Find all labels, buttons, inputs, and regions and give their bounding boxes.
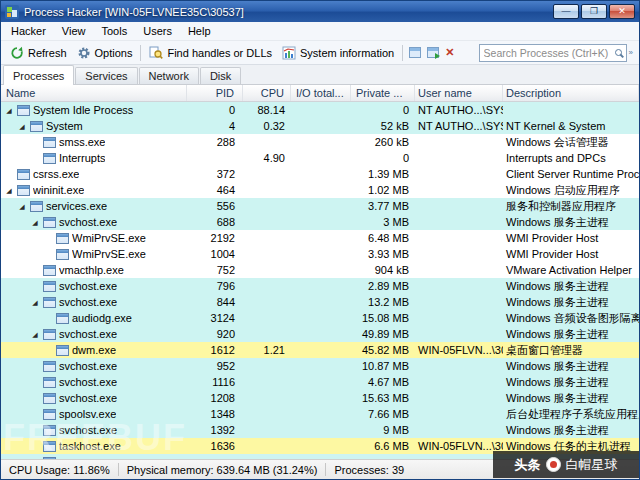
toolbar-overflow-chevron[interactable]: » <box>627 48 635 57</box>
table-row[interactable]: ◢wininit.exe4641.02 MBWindows 启动应用程序 <box>1 182 639 198</box>
name-cell: dwm.exe <box>1 344 187 356</box>
pid-cell: 844 <box>187 296 243 308</box>
tab-disk[interactable]: Disk <box>200 67 241 84</box>
table-row[interactable]: smss.exe288260 kBWindows 会话管理器 <box>1 134 639 150</box>
description-cell: Windows 启动应用程序 <box>503 183 639 198</box>
options-button[interactable]: Options <box>72 44 138 62</box>
process-name: svchost.exe <box>59 376 117 388</box>
user-name-cell: WIN-05FLVN...\30537 <box>415 440 503 452</box>
private-bytes-cell: 10.87 MB <box>351 360 415 372</box>
terminate-tool-button[interactable]: ✕ <box>442 45 457 60</box>
process-icon <box>43 217 56 228</box>
pid-cell: 752 <box>187 264 243 276</box>
name-cell: ◢svchost.exe <box>1 328 187 340</box>
column-header-desc[interactable]: Description <box>503 85 639 101</box>
expander-icon[interactable]: ◢ <box>17 203 27 210</box>
pid-cell: 372 <box>187 168 243 180</box>
table-row[interactable]: svchost.exe7962.89 MBWindows 服务主进程 <box>1 278 639 294</box>
table-row[interactable]: svchost.exe120815.63 MBWindows 服务主进程 <box>1 390 639 406</box>
process-icon <box>30 201 43 212</box>
column-header-name[interactable]: Name <box>1 85 187 101</box>
minimize-button[interactable]: — <box>553 4 579 19</box>
close-button[interactable]: ✕ <box>609 4 635 19</box>
name-cell: taskhost.exe <box>1 440 187 452</box>
table-row[interactable]: ◢System Idle Process088.140NT AUTHO...\S… <box>1 102 639 118</box>
column-header-cpu[interactable]: CPU <box>243 85 291 101</box>
table-row[interactable]: svchost.exe11164.67 MBWindows 服务主进程 <box>1 374 639 390</box>
window-tool-button[interactable] <box>406 45 424 60</box>
description-cell: Windows 会话管理器 <box>503 135 639 150</box>
gear-icon <box>77 46 91 60</box>
pid-cell: 1392 <box>187 424 243 436</box>
refresh-label: Refresh <box>28 47 67 59</box>
name-cell: ◢services.exe <box>1 200 187 212</box>
column-header-priv[interactable]: Private ... <box>351 85 415 101</box>
expander-icon[interactable]: ◢ <box>4 107 14 114</box>
pid-cell: 920 <box>187 328 243 340</box>
column-header-user[interactable]: User name <box>415 85 503 101</box>
description-cell: Windows 服务主进程 <box>503 423 639 438</box>
search-icon[interactable] <box>615 49 622 56</box>
description-cell: WMI Provider Host <box>503 232 639 244</box>
menu-item-users[interactable]: Users <box>135 23 180 39</box>
search-input[interactable] <box>484 47 612 59</box>
tab-processes[interactable]: Processes <box>3 65 74 85</box>
process-icon <box>43 153 56 164</box>
expander-icon[interactable]: ◢ <box>30 219 40 226</box>
process-name: audiodg.exe <box>72 312 132 324</box>
expander-icon[interactable]: ◢ <box>30 331 40 338</box>
red-x-icon: ✕ <box>445 47 454 58</box>
process-hacker-window: Process Hacker [WIN-05FLVNEE35C\30537] —… <box>0 0 640 480</box>
table-row[interactable]: Interrupts4.900Interrupts and DPCs <box>1 150 639 166</box>
toutiao-watermark: 头条 白帽星球 <box>493 451 639 478</box>
description-cell: Windows 服务主进程 <box>503 359 639 374</box>
name-cell: spoolsv.exe <box>1 408 187 420</box>
system-information-button[interactable]: System information <box>277 44 399 62</box>
process-icon <box>17 105 30 116</box>
menu-item-hacker[interactable]: Hacker <box>3 23 54 39</box>
process-icon <box>43 297 56 308</box>
table-row[interactable]: vmacthlp.exe752904 kBVMware Activation H… <box>1 262 639 278</box>
table-row[interactable]: dwm.exe16121.2145.82 MBWIN-05FLVN...\305… <box>1 342 639 358</box>
process-name: svchost.exe <box>59 392 117 404</box>
expander-icon[interactable]: ◢ <box>17 123 27 130</box>
table-row[interactable]: ◢services.exe5563.77 MB服务和控制器应用程序 <box>1 198 639 214</box>
refresh-button[interactable]: Refresh <box>5 44 72 62</box>
expander-icon[interactable]: ◢ <box>30 299 40 306</box>
table-row[interactable]: ◢svchost.exe92049.89 MBWindows 服务主进程 <box>1 326 639 342</box>
column-header-pid[interactable]: PID <box>187 85 243 101</box>
table-row[interactable]: ◢System40.3252 kBNT AUTHO...\SYSTEMNT Ke… <box>1 118 639 134</box>
table-row[interactable]: WmiPrvSE.exe10043.93 MBWMI Provider Host <box>1 246 639 262</box>
column-header-io[interactable]: I/O total... <box>291 85 351 101</box>
process-name: svchost.exe <box>59 360 117 372</box>
process-icon <box>43 409 56 420</box>
table-row[interactable]: WmiPrvSE.exe21926.48 MBWMI Provider Host <box>1 230 639 246</box>
tab-network[interactable]: Network <box>139 67 199 84</box>
description-cell: Windows 音频设备图形隔离 <box>503 311 639 326</box>
find-handles-button[interactable]: Find handles or DLLs <box>144 44 277 62</box>
table-row[interactable]: audiodg.exe312415.08 MBWindows 音频设备图形隔离 <box>1 310 639 326</box>
process-name: taskhost.exe <box>59 440 121 452</box>
maximize-button[interactable]: ❐ <box>581 4 607 19</box>
table-row[interactable]: csrss.exe3721.39 MBClient Server Runtime… <box>1 166 639 182</box>
table-row[interactable]: svchost.exe95210.87 MBWindows 服务主进程 <box>1 358 639 374</box>
process-name: Interrupts <box>59 152 105 164</box>
table-row[interactable]: spoolsv.exe13487.66 MB后台处理程序子系统应用程序 <box>1 406 639 422</box>
window-arrow-icon <box>427 47 439 58</box>
name-cell: ◢System <box>1 120 187 132</box>
pid-cell: 952 <box>187 360 243 372</box>
table-row[interactable]: ◢svchost.exe6883 MBWindows 服务主进程 <box>1 214 639 230</box>
window-run-tool-button[interactable] <box>424 45 442 60</box>
tab-services[interactable]: Services <box>75 67 137 84</box>
menu-item-view[interactable]: View <box>54 23 94 39</box>
menu-item-tools[interactable]: Tools <box>94 23 136 39</box>
table-row[interactable]: svchost.exe13929 MBWindows 服务主进程 <box>1 422 639 438</box>
private-bytes-cell: 1.39 MB <box>351 168 415 180</box>
menu-item-help[interactable]: Help <box>180 23 219 39</box>
table-row[interactable]: ◢svchost.exe84413.2 MBWindows 服务主进程 <box>1 294 639 310</box>
private-bytes-cell: 260 kB <box>351 136 415 148</box>
description-cell: VMware Activation Helper <box>503 264 639 276</box>
status-physical-memory: Physical memory: 639.64 MB (31.24%) <box>119 464 326 476</box>
process-icon <box>43 425 56 436</box>
expander-icon[interactable]: ◢ <box>4 187 14 194</box>
